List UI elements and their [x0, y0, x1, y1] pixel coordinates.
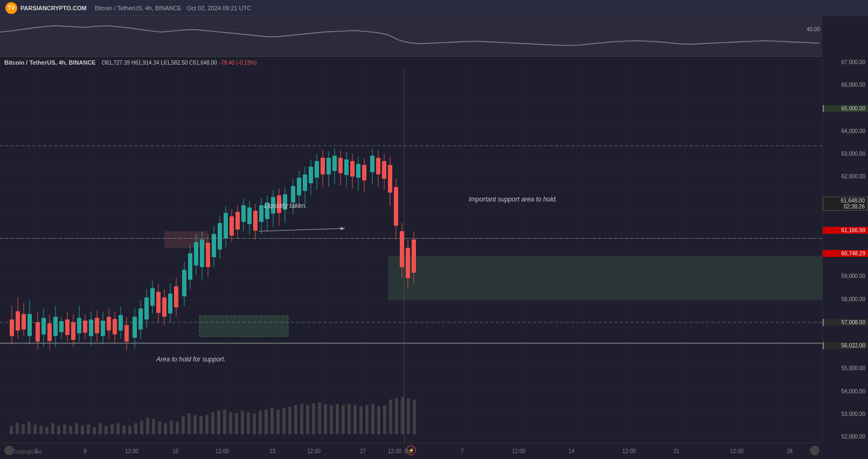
svg-rect-191 — [93, 427, 96, 434]
svg-rect-196 — [122, 426, 126, 434]
mini-price-40: 40.00 — [804, 26, 822, 33]
price-56022: 56,022.00 — [823, 342, 868, 349]
chart-title-bar: Bitcoin / TetherUS, 4h, BINANCE — [95, 5, 182, 11]
svg-rect-242 — [395, 399, 398, 435]
svg-rect-156 — [350, 161, 355, 177]
time-7: 7 — [461, 448, 464, 454]
svg-rect-192 — [99, 423, 102, 434]
svg-rect-64 — [71, 322, 75, 340]
svg-rect-118 — [235, 212, 240, 229]
svg-rect-128 — [265, 203, 269, 219]
svg-rect-154 — [344, 159, 349, 175]
scroll-left-btn[interactable] — [4, 446, 14, 455]
time-28: 28 — [787, 448, 793, 454]
svg-rect-212 — [217, 411, 220, 434]
svg-rect-201 — [152, 419, 155, 434]
svg-rect-86 — [138, 309, 143, 330]
price-current-value: 61,648.00 — [841, 198, 865, 204]
svg-rect-207 — [188, 413, 191, 434]
svg-rect-227 — [306, 405, 309, 434]
price-64000: 64,000.00 — [823, 128, 868, 135]
svg-rect-195 — [116, 423, 120, 434]
svg-rect-98 — [174, 287, 178, 308]
svg-rect-76 — [107, 317, 111, 331]
svg-rect-209 — [199, 416, 203, 434]
time-27: 27 — [360, 448, 366, 454]
svg-rect-44 — [10, 319, 14, 336]
main-chart-svg: .candle-green { stroke: #26a69a; } .cand… — [0, 68, 822, 443]
svg-rect-222 — [276, 409, 280, 434]
svg-rect-214 — [229, 412, 232, 434]
svg-rect-74 — [101, 321, 105, 336]
price-54000: 54,000.00 — [823, 388, 868, 395]
time-12-1: 12:00 — [125, 448, 138, 454]
time-9: 9 — [84, 448, 87, 454]
svg-rect-82 — [124, 325, 129, 342]
svg-rect-176 — [412, 240, 416, 273]
svg-rect-216 — [241, 411, 244, 434]
svg-rect-220 — [265, 409, 268, 434]
svg-rect-198 — [134, 423, 137, 434]
alert-lightning-btn[interactable]: ⚡ — [406, 446, 416, 455]
svg-rect-226 — [300, 404, 303, 434]
svg-rect-162 — [370, 156, 374, 172]
svg-rect-240 — [383, 405, 386, 434]
price-57008: 57,008.00 — [823, 319, 868, 326]
svg-rect-72 — [95, 318, 99, 333]
svg-rect-58 — [53, 317, 58, 336]
svg-rect-168 — [388, 165, 392, 192]
tradingview-text: TradingView — [12, 449, 42, 455]
svg-rect-116 — [230, 217, 234, 236]
chart-info-bar: Bitcoin / TetherUS, 4h, BINANCE O61,727.… — [0, 57, 822, 68]
chart-change: -79.40 (-0.13%) — [219, 60, 256, 66]
svg-rect-228 — [312, 404, 315, 434]
svg-rect-66 — [77, 318, 81, 333]
svg-rect-42 — [199, 316, 288, 337]
price-60748: 60,748.29 — [823, 250, 868, 257]
price-65000-highlight: 65,000.00 — [823, 105, 868, 112]
main-chart-area[interactable]: .candle-green { stroke: #26a69a; } .cand… — [0, 57, 822, 443]
svg-rect-184 — [51, 423, 54, 434]
price-55000: 55,000.00 — [823, 365, 868, 372]
svg-rect-205 — [176, 422, 179, 435]
svg-rect-158 — [356, 164, 360, 178]
svg-rect-203 — [164, 423, 167, 434]
price-axis: 67,000.00 66,000.00 65,000.00 64,000.00 … — [822, 57, 868, 443]
svg-rect-215 — [235, 413, 238, 434]
svg-rect-174 — [406, 248, 410, 278]
time-12-5: 12:00 — [512, 448, 525, 454]
price-current: 61,648.00 02:38:26 — [823, 197, 868, 211]
svg-rect-134 — [283, 194, 287, 210]
price-58000: 58,000.00 — [823, 296, 868, 303]
svg-rect-68 — [83, 321, 87, 333]
svg-rect-211 — [211, 412, 214, 434]
svg-rect-225 — [294, 405, 297, 434]
svg-rect-229 — [318, 402, 321, 434]
main-container: TV PARSIANCRYPTO.COM Bitcoin / TetherUS,… — [0, 0, 868, 459]
svg-rect-210 — [205, 415, 209, 434]
time-12-6: 12:00 — [622, 448, 636, 454]
svg-rect-217 — [247, 412, 250, 434]
datetime-label: Oct 02, 2024 09:21 UTC — [187, 5, 251, 11]
svg-rect-132 — [277, 196, 281, 213]
svg-rect-185 — [57, 426, 60, 434]
svg-rect-213 — [223, 409, 226, 434]
svg-rect-224 — [288, 407, 291, 434]
svg-rect-84 — [133, 317, 137, 338]
top-bar: TV PARSIANCRYPTO.COM Bitcoin / TetherUS,… — [0, 0, 868, 16]
svg-rect-90 — [150, 288, 155, 306]
svg-rect-152 — [338, 158, 343, 173]
svg-rect-181 — [33, 425, 37, 434]
svg-rect-142 — [309, 166, 313, 183]
svg-rect-235 — [353, 405, 357, 434]
svg-rect-100 — [182, 270, 186, 296]
chart-wrapper: 40.00 USDT Bitcoin / TetherUS, 4h, BINAN… — [0, 16, 868, 459]
svg-rect-106 — [200, 240, 204, 267]
svg-rect-179 — [22, 425, 25, 434]
svg-rect-197 — [128, 426, 131, 434]
scroll-right-btn[interactable] — [810, 446, 820, 455]
svg-rect-204 — [170, 420, 173, 434]
svg-rect-108 — [206, 243, 210, 267]
svg-rect-150 — [332, 156, 337, 171]
chart-ohlc: O61,727.39 H61,914.34 L61,582.50 C61,648… — [102, 60, 217, 66]
